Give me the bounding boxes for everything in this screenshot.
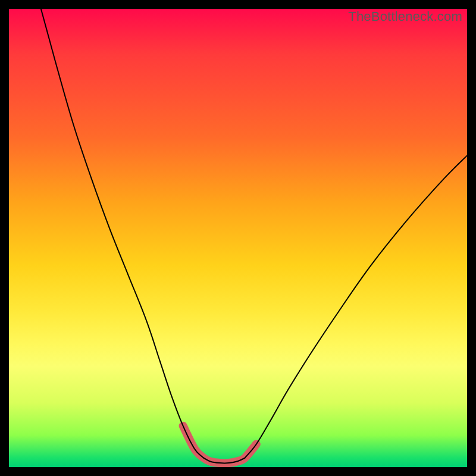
right-curve	[245, 155, 467, 458]
left-curve	[41, 9, 203, 458]
chart-frame: TheBottleneck.com	[0, 0, 476, 476]
plot-area: TheBottleneck.com	[9, 9, 467, 467]
chart-svg	[9, 9, 467, 467]
